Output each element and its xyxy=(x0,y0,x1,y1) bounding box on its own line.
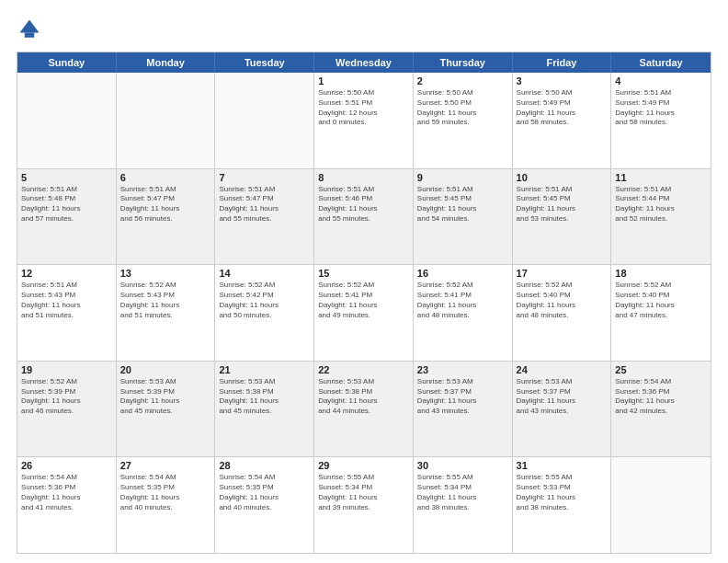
calendar-row-0: 1Sunrise: 5:50 AM Sunset: 5:51 PM Daylig… xyxy=(17,73,711,168)
day-number: 19 xyxy=(21,364,112,375)
day-text: Sunrise: 5:55 AM Sunset: 5:34 PM Dayligh… xyxy=(417,473,508,512)
day-cell-4: 4Sunrise: 5:51 AM Sunset: 5:49 PM Daylig… xyxy=(611,73,711,168)
day-text: Sunrise: 5:54 AM Sunset: 5:35 PM Dayligh… xyxy=(219,473,310,512)
day-text: Sunrise: 5:51 AM Sunset: 5:46 PM Dayligh… xyxy=(318,185,409,224)
day-text: Sunrise: 5:52 AM Sunset: 5:41 PM Dayligh… xyxy=(417,281,508,320)
day-number: 15 xyxy=(318,268,409,279)
logo-icon xyxy=(17,17,42,42)
calendar-row-4: 26Sunrise: 5:54 AM Sunset: 5:36 PM Dayli… xyxy=(17,456,711,553)
header-day-wednesday: Wednesday xyxy=(314,52,414,73)
day-text: Sunrise: 5:52 AM Sunset: 5:40 PM Dayligh… xyxy=(517,281,608,320)
day-cell-27: 27Sunrise: 5:54 AM Sunset: 5:35 PM Dayli… xyxy=(117,457,216,553)
calendar-row-1: 5Sunrise: 5:51 AM Sunset: 5:48 PM Daylig… xyxy=(17,168,711,265)
day-number: 23 xyxy=(417,364,508,375)
day-number: 21 xyxy=(219,364,310,375)
header-day-saturday: Saturday xyxy=(611,52,711,73)
day-text: Sunrise: 5:53 AM Sunset: 5:37 PM Dayligh… xyxy=(517,377,608,417)
day-cell-21: 21Sunrise: 5:53 AM Sunset: 5:38 PM Dayli… xyxy=(215,362,314,457)
day-cell-30: 30Sunrise: 5:55 AM Sunset: 5:34 PM Dayli… xyxy=(414,457,513,553)
empty-cell-4-6 xyxy=(611,457,711,553)
day-cell-18: 18Sunrise: 5:52 AM Sunset: 5:40 PM Dayli… xyxy=(611,265,711,361)
day-number: 11 xyxy=(615,172,707,183)
day-number: 18 xyxy=(615,268,707,279)
day-cell-16: 16Sunrise: 5:52 AM Sunset: 5:41 PM Dayli… xyxy=(414,265,513,361)
day-text: Sunrise: 5:53 AM Sunset: 5:37 PM Dayligh… xyxy=(417,377,508,417)
header xyxy=(17,17,711,42)
day-cell-6: 6Sunrise: 5:51 AM Sunset: 5:47 PM Daylig… xyxy=(117,169,216,265)
day-number: 13 xyxy=(120,268,211,279)
day-cell-15: 15Sunrise: 5:52 AM Sunset: 5:41 PM Dayli… xyxy=(314,265,414,361)
day-number: 22 xyxy=(318,364,409,375)
day-cell-25: 25Sunrise: 5:54 AM Sunset: 5:36 PM Dayli… xyxy=(611,362,711,457)
calendar-header: SundayMondayTuesdayWednesdayThursdayFrid… xyxy=(17,52,711,73)
calendar-body: 1Sunrise: 5:50 AM Sunset: 5:51 PM Daylig… xyxy=(17,73,711,553)
day-number: 26 xyxy=(21,460,112,471)
day-number: 27 xyxy=(120,460,211,471)
day-number: 1 xyxy=(318,75,409,86)
day-cell-17: 17Sunrise: 5:52 AM Sunset: 5:40 PM Dayli… xyxy=(513,265,612,361)
day-number: 9 xyxy=(417,172,508,183)
day-number: 7 xyxy=(219,172,310,183)
day-text: Sunrise: 5:50 AM Sunset: 5:50 PM Dayligh… xyxy=(417,88,508,128)
day-number: 25 xyxy=(615,364,707,375)
header-day-thursday: Thursday xyxy=(414,52,513,73)
day-cell-14: 14Sunrise: 5:52 AM Sunset: 5:42 PM Dayli… xyxy=(215,265,314,361)
day-cell-31: 31Sunrise: 5:55 AM Sunset: 5:33 PM Dayli… xyxy=(513,457,612,553)
logo xyxy=(17,17,46,42)
day-cell-7: 7Sunrise: 5:51 AM Sunset: 5:47 PM Daylig… xyxy=(215,169,314,265)
day-number: 2 xyxy=(417,75,508,86)
empty-cell-0-0 xyxy=(17,73,117,168)
empty-cell-0-1 xyxy=(117,73,216,168)
day-number: 8 xyxy=(318,172,409,183)
day-text: Sunrise: 5:52 AM Sunset: 5:43 PM Dayligh… xyxy=(120,281,211,320)
day-number: 10 xyxy=(517,172,608,183)
day-cell-13: 13Sunrise: 5:52 AM Sunset: 5:43 PM Dayli… xyxy=(117,265,216,361)
day-text: Sunrise: 5:52 AM Sunset: 5:39 PM Dayligh… xyxy=(21,377,112,417)
day-number: 14 xyxy=(219,268,310,279)
day-number: 3 xyxy=(517,75,608,86)
day-number: 5 xyxy=(21,172,112,183)
day-cell-12: 12Sunrise: 5:51 AM Sunset: 5:43 PM Dayli… xyxy=(17,265,117,361)
day-text: Sunrise: 5:54 AM Sunset: 5:36 PM Dayligh… xyxy=(615,377,707,417)
day-number: 20 xyxy=(120,364,211,375)
day-cell-29: 29Sunrise: 5:55 AM Sunset: 5:34 PM Dayli… xyxy=(314,457,414,553)
day-text: Sunrise: 5:52 AM Sunset: 5:40 PM Dayligh… xyxy=(615,281,707,320)
empty-cell-0-2 xyxy=(215,73,314,168)
day-text: Sunrise: 5:50 AM Sunset: 5:49 PM Dayligh… xyxy=(517,88,608,128)
day-number: 30 xyxy=(417,460,508,471)
day-cell-24: 24Sunrise: 5:53 AM Sunset: 5:37 PM Dayli… xyxy=(513,362,612,457)
header-day-sunday: Sunday xyxy=(17,52,117,73)
day-number: 31 xyxy=(517,460,608,471)
header-day-friday: Friday xyxy=(513,52,612,73)
day-text: Sunrise: 5:51 AM Sunset: 5:49 PM Dayligh… xyxy=(615,88,707,128)
day-cell-19: 19Sunrise: 5:52 AM Sunset: 5:39 PM Dayli… xyxy=(17,362,117,457)
day-cell-9: 9Sunrise: 5:51 AM Sunset: 5:45 PM Daylig… xyxy=(414,169,513,265)
day-cell-2: 2Sunrise: 5:50 AM Sunset: 5:50 PM Daylig… xyxy=(414,73,513,168)
day-text: Sunrise: 5:51 AM Sunset: 5:47 PM Dayligh… xyxy=(219,185,310,224)
day-cell-11: 11Sunrise: 5:51 AM Sunset: 5:44 PM Dayli… xyxy=(611,169,711,265)
day-number: 29 xyxy=(318,460,409,471)
day-text: Sunrise: 5:54 AM Sunset: 5:35 PM Dayligh… xyxy=(120,473,211,512)
day-number: 24 xyxy=(517,364,608,375)
day-cell-3: 3Sunrise: 5:50 AM Sunset: 5:49 PM Daylig… xyxy=(513,73,612,168)
day-cell-20: 20Sunrise: 5:53 AM Sunset: 5:39 PM Dayli… xyxy=(117,362,216,457)
day-text: Sunrise: 5:54 AM Sunset: 5:36 PM Dayligh… xyxy=(21,473,112,512)
day-number: 12 xyxy=(21,268,112,279)
day-number: 16 xyxy=(417,268,508,279)
day-cell-10: 10Sunrise: 5:51 AM Sunset: 5:45 PM Dayli… xyxy=(513,169,612,265)
day-cell-22: 22Sunrise: 5:53 AM Sunset: 5:38 PM Dayli… xyxy=(314,362,414,457)
header-day-monday: Monday xyxy=(117,52,216,73)
day-text: Sunrise: 5:53 AM Sunset: 5:39 PM Dayligh… xyxy=(120,377,211,417)
header-day-tuesday: Tuesday xyxy=(215,52,314,73)
day-text: Sunrise: 5:52 AM Sunset: 5:41 PM Dayligh… xyxy=(318,281,409,320)
day-text: Sunrise: 5:55 AM Sunset: 5:34 PM Dayligh… xyxy=(318,473,409,512)
day-text: Sunrise: 5:51 AM Sunset: 5:44 PM Dayligh… xyxy=(615,185,707,224)
day-text: Sunrise: 5:51 AM Sunset: 5:45 PM Dayligh… xyxy=(417,185,508,224)
day-text: Sunrise: 5:50 AM Sunset: 5:51 PM Dayligh… xyxy=(318,88,409,128)
day-cell-26: 26Sunrise: 5:54 AM Sunset: 5:36 PM Dayli… xyxy=(17,457,117,553)
calendar: SundayMondayTuesdayWednesdayThursdayFrid… xyxy=(17,52,711,554)
day-number: 4 xyxy=(615,75,707,86)
svg-marker-0 xyxy=(20,20,40,33)
day-cell-23: 23Sunrise: 5:53 AM Sunset: 5:37 PM Dayli… xyxy=(414,362,513,457)
day-cell-8: 8Sunrise: 5:51 AM Sunset: 5:46 PM Daylig… xyxy=(314,169,414,265)
